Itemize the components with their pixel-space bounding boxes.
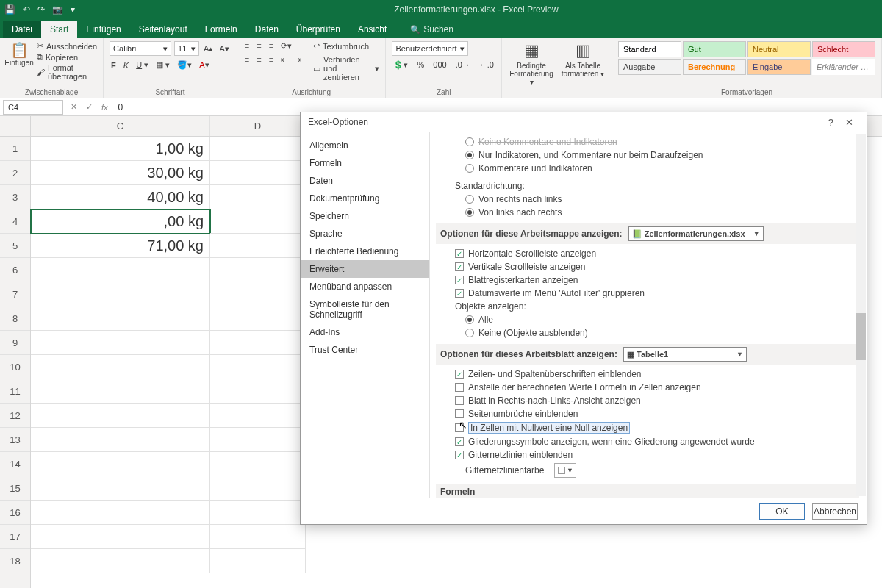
chk-sheettabs[interactable] bbox=[455, 276, 464, 284]
cell-d2[interactable] bbox=[210, 161, 306, 185]
radio-ltr[interactable] bbox=[465, 208, 474, 217]
redo-icon[interactable]: ↷ bbox=[37, 4, 45, 15]
cell-d3[interactable] bbox=[210, 185, 306, 209]
tab-start[interactable]: Start bbox=[41, 21, 77, 38]
radio-comments-indicators[interactable] bbox=[465, 164, 474, 173]
worksheet-combo[interactable]: ▦ Tabelle1▼ bbox=[623, 347, 747, 362]
tab-formulas[interactable]: Formeln bbox=[196, 21, 246, 38]
radio-rtl[interactable] bbox=[465, 195, 474, 204]
cell-c9[interactable] bbox=[31, 331, 210, 355]
style-standard[interactable]: Standard bbox=[618, 41, 681, 57]
cut-button[interactable]: ✂Ausschneiden bbox=[37, 41, 97, 51]
nav-daten[interactable]: Daten bbox=[301, 172, 429, 190]
bold-button[interactable]: F bbox=[110, 61, 118, 70]
style-berechnung[interactable]: Berechnung bbox=[683, 59, 746, 75]
gridline-color-button[interactable]: ▼ bbox=[554, 463, 576, 478]
row-header[interactable]: 8 bbox=[0, 306, 30, 331]
cell-styles-gallery[interactable]: Standard Gut Neutral Schlecht Ausgabe Be… bbox=[618, 41, 875, 75]
copy-button[interactable]: ⧉Kopieren bbox=[37, 52, 97, 62]
cell-c8[interactable] bbox=[31, 306, 210, 331]
fill-color-button[interactable]: 🪣▾ bbox=[176, 60, 193, 70]
chk-gridlines[interactable] bbox=[455, 451, 464, 459]
nav-schnellzugriff[interactable]: Symbolleiste für den Schnellzugriff bbox=[301, 295, 429, 323]
radio-objects-none[interactable] bbox=[465, 329, 474, 337]
borders-button[interactable]: ▦ ▾ bbox=[154, 60, 171, 70]
tell-me-search[interactable]: Suchen bbox=[401, 21, 462, 38]
cell-d8[interactable] bbox=[210, 306, 306, 331]
cell-c6[interactable] bbox=[31, 258, 210, 282]
decrease-font-icon[interactable]: A▾ bbox=[218, 44, 230, 54]
chk-vscroll[interactable] bbox=[455, 262, 464, 271]
cell-d12[interactable] bbox=[210, 404, 306, 428]
cell-c15[interactable] bbox=[31, 476, 210, 501]
cell-d5[interactable] bbox=[210, 234, 306, 258]
row-header[interactable]: 2 bbox=[0, 161, 30, 185]
row-header[interactable]: 9 bbox=[0, 331, 30, 355]
increase-decimal-icon[interactable]: .0→ bbox=[454, 60, 472, 70]
cell-c2[interactable]: 30,00 kg bbox=[31, 161, 210, 185]
fx-icon[interactable]: fx bbox=[97, 103, 112, 112]
align-right-icon[interactable]: ≡ bbox=[268, 55, 275, 65]
cell-c14[interactable] bbox=[31, 452, 210, 476]
nav-formeln[interactable]: Formeln bbox=[301, 154, 429, 172]
cancel-icon[interactable]: ✕ bbox=[66, 102, 82, 112]
nav-erweitert[interactable]: Erweitert bbox=[301, 260, 429, 278]
close-icon[interactable]: ✕ bbox=[839, 117, 859, 128]
nav-erleichterte-bedienung[interactable]: Erleichterte Bedienung bbox=[301, 243, 429, 260]
style-erklaerender[interactable]: Erklärender … bbox=[812, 59, 875, 75]
col-header-d[interactable]: D bbox=[210, 116, 306, 136]
align-middle-icon[interactable]: ≡ bbox=[255, 41, 262, 51]
cell-d11[interactable] bbox=[210, 379, 306, 404]
nav-trustcenter[interactable]: Trust Center bbox=[301, 341, 429, 359]
row-header[interactable]: 11 bbox=[0, 379, 30, 404]
ok-button[interactable]: OK bbox=[759, 503, 805, 520]
align-left-icon[interactable]: ≡ bbox=[243, 55, 251, 65]
font-size-combo[interactable]: 11▾ bbox=[174, 41, 199, 56]
qat-more-icon[interactable]: ▾ bbox=[71, 4, 75, 15]
style-eingabe[interactable]: Eingabe bbox=[747, 59, 811, 75]
col-header-c[interactable]: C bbox=[31, 116, 210, 136]
cell-d7[interactable] bbox=[210, 282, 306, 306]
cell-d10[interactable] bbox=[210, 355, 306, 379]
row-header[interactable]: 1 bbox=[0, 137, 30, 161]
row-header[interactable]: 7 bbox=[0, 282, 30, 306]
nav-menueband[interactable]: Menüband anpassen bbox=[301, 278, 429, 295]
cell-d13[interactable] bbox=[210, 428, 306, 452]
row-header[interactable]: 5 bbox=[0, 234, 30, 258]
row-header[interactable]: 17 bbox=[0, 525, 30, 549]
cell-d17[interactable] bbox=[210, 525, 306, 549]
chk-pagebreaks[interactable] bbox=[455, 409, 464, 418]
row-header[interactable]: 6 bbox=[0, 258, 30, 282]
radio-objects-all[interactable] bbox=[465, 315, 474, 324]
cell-c10[interactable] bbox=[31, 355, 210, 379]
underline-button[interactable]: U ▾ bbox=[135, 60, 150, 70]
radio-only-indicators[interactable] bbox=[465, 151, 474, 159]
tab-insert[interactable]: Einfügen bbox=[77, 21, 129, 38]
row-header[interactable]: 4 bbox=[0, 209, 30, 234]
chk-rtl-sheet[interactable] bbox=[455, 396, 464, 405]
cell-d6[interactable] bbox=[210, 258, 306, 282]
name-box[interactable]: C4 bbox=[3, 100, 63, 115]
cell-d15[interactable] bbox=[210, 476, 306, 501]
cell-c7[interactable] bbox=[31, 282, 210, 306]
cell-c12[interactable] bbox=[31, 404, 210, 428]
increase-font-icon[interactable]: A▴ bbox=[202, 44, 215, 54]
cell-c1[interactable]: 1,00 kg bbox=[31, 137, 210, 161]
tab-view[interactable]: Ansicht bbox=[349, 21, 395, 38]
style-neutral[interactable]: Neutral bbox=[747, 41, 811, 57]
row-header[interactable]: 10 bbox=[0, 355, 30, 379]
chk-show-formulas[interactable] bbox=[455, 383, 464, 392]
decrease-decimal-icon[interactable]: ←.0 bbox=[478, 60, 495, 70]
percent-format-icon[interactable]: % bbox=[415, 60, 426, 70]
orientation-icon[interactable]: ⟳▾ bbox=[279, 41, 293, 51]
save-icon[interactable]: 💾 bbox=[4, 4, 15, 15]
row-header[interactable]: 12 bbox=[0, 404, 30, 428]
paste-button[interactable]: 📋 Einfügen bbox=[6, 41, 32, 67]
tab-file[interactable]: Datei bbox=[3, 21, 41, 38]
undo-icon[interactable]: ↶ bbox=[23, 4, 30, 15]
cell-d4[interactable] bbox=[210, 209, 306, 234]
chk-show-zero[interactable] bbox=[455, 423, 464, 432]
nav-allgemein[interactable]: Allgemein bbox=[301, 137, 429, 154]
enter-icon[interactable]: ✓ bbox=[82, 102, 97, 112]
style-gut[interactable]: Gut bbox=[683, 41, 746, 57]
